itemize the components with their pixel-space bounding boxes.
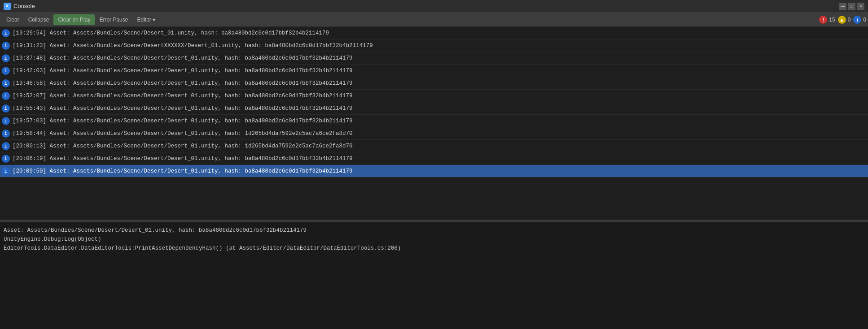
log-row[interactable]: i[20:00:13] Asset: Assets/Bundles/Scene/…	[0, 140, 868, 152]
log-row[interactable]: i[19:55:43] Asset: Assets/Bundles/Scene/…	[0, 102, 868, 115]
log-icon: i	[2, 67, 10, 75]
log-message: [19:29:54] Asset: Assets/Bundles/Scene/D…	[13, 30, 329, 36]
log-icon: i	[2, 167, 10, 175]
log-row[interactable]: i[19:37:48] Asset: Assets/Bundles/Scene/…	[0, 52, 868, 65]
error-count: 15	[829, 17, 835, 23]
error-pause-button[interactable]: Error Pause	[95, 14, 132, 25]
log-row[interactable]: i[19:52:07] Asset: Assets/Bundles/Scene/…	[0, 90, 868, 102]
info-icon: i	[853, 16, 861, 24]
error-icon: !	[819, 16, 827, 24]
log-message: [19:37:48] Asset: Assets/Bundles/Scene/D…	[13, 55, 353, 61]
log-row[interactable]: i[19:42:03] Asset: Assets/Bundles/Scene/…	[0, 65, 868, 77]
window-controls[interactable]: — □ ×	[839, 3, 864, 10]
log-row[interactable]: i[19:46:58] Asset: Assets/Bundles/Scene/…	[0, 77, 868, 90]
detail-panel: Asset: Assets/Bundles/Scene/Desert/Deser…	[0, 221, 868, 329]
log-message: [19:52:07] Asset: Assets/Bundles/Scene/D…	[13, 93, 353, 99]
log-message: [20:09:50] Asset: Assets/Bundles/Scene/D…	[13, 168, 353, 174]
detail-text: Asset: Assets/Bundles/Scene/Desert/Deser…	[4, 226, 864, 253]
restore-button[interactable]: □	[848, 3, 855, 10]
log-icon: i	[2, 142, 10, 150]
log-message: [20:00:13] Asset: Assets/Bundles/Scene/D…	[13, 143, 353, 149]
minimize-button[interactable]: —	[839, 3, 846, 10]
log-message: [19:31:23] Asset: Assets/Bundles/Scene/D…	[13, 43, 373, 49]
log-icon: i	[2, 79, 10, 87]
log-icon: i	[2, 130, 10, 138]
log-message: [20:06:19] Asset: Assets/Bundles/Scene/D…	[13, 156, 353, 162]
log-row[interactable]: i[19:29:54] Asset: Assets/Bundles/Scene/…	[0, 27, 868, 39]
main-container: i[19:29:54] Asset: Assets/Bundles/Scene/…	[0, 27, 868, 329]
log-row[interactable]: i[20:09:50] Asset: Assets/Bundles/Scene/…	[0, 165, 868, 177]
window-title: Console	[13, 3, 35, 9]
log-icon: i	[2, 42, 10, 50]
clear-on-play-button[interactable]: Clear on Play	[53, 14, 95, 25]
log-message: [19:58:44] Asset: Assets/Bundles/Scene/D…	[13, 130, 353, 137]
log-area[interactable]: i[19:29:54] Asset: Assets/Bundles/Scene/…	[0, 27, 868, 220]
log-message: [19:55:43] Asset: Assets/Bundles/Scene/D…	[13, 105, 353, 112]
collapse-button[interactable]: Collapse	[24, 14, 54, 25]
log-icon: i	[2, 29, 10, 37]
log-message: [19:57:03] Asset: Assets/Bundles/Scene/D…	[13, 118, 353, 124]
info-count: 0	[863, 17, 866, 23]
console-icon: ≡	[4, 3, 11, 10]
log-icon: i	[2, 104, 10, 113]
info-badge[interactable]: i 0	[853, 16, 866, 24]
close-button[interactable]: ×	[857, 3, 864, 10]
log-row[interactable]: i[19:57:03] Asset: Assets/Bundles/Scene/…	[0, 115, 868, 127]
log-row[interactable]: i[19:58:44] Asset: Assets/Bundles/Scene/…	[0, 127, 868, 140]
warning-badge[interactable]: ▲ 0	[838, 16, 851, 24]
console-toolbar: Clear Collapse Clear on Play Error Pause…	[0, 13, 868, 27]
error-badge[interactable]: ! 15	[819, 16, 835, 24]
log-icon: i	[2, 117, 10, 125]
warning-icon: ▲	[838, 16, 846, 24]
title-bar: ≡ Console — □ ×	[0, 0, 868, 13]
log-row[interactable]: i[19:31:23] Asset: Assets/Bundles/Scene/…	[0, 39, 868, 52]
editor-dropdown-button[interactable]: Editor ▾	[132, 14, 160, 25]
log-row[interactable]: i[20:06:19] Asset: Assets/Bundles/Scene/…	[0, 152, 868, 165]
log-message: [19:46:58] Asset: Assets/Bundles/Scene/D…	[13, 80, 353, 87]
warning-count: 0	[848, 17, 851, 23]
log-message: [19:42:03] Asset: Assets/Bundles/Scene/D…	[13, 68, 353, 74]
log-icon: i	[2, 54, 10, 62]
clear-button[interactable]: Clear	[2, 14, 24, 25]
chevron-down-icon: ▾	[153, 17, 155, 23]
log-icon: i	[2, 92, 10, 100]
log-icon: i	[2, 155, 10, 163]
badge-area: ! 15 ▲ 0 i 0	[819, 16, 866, 24]
